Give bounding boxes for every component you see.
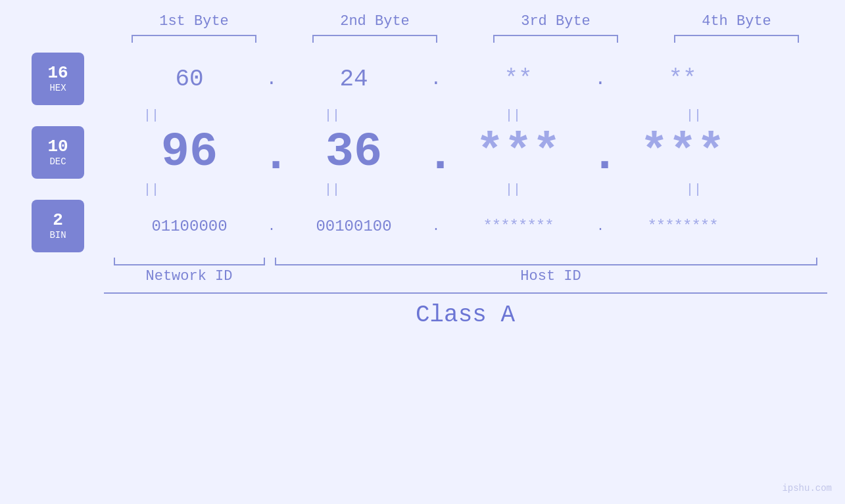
bin-dot-1: . [262, 219, 281, 234]
hex-row: 16 HEX 60 . 24 . ** . ** [0, 53, 845, 105]
network-id-label: Network ID [104, 268, 275, 285]
eq1-b4: || [621, 108, 766, 123]
hex-b1: 60 [117, 66, 262, 93]
eq1-b2: || [260, 108, 404, 123]
bin-b1: 01100000 [117, 218, 262, 235]
dec-dot-1: . [262, 129, 281, 183]
hex-badge-label: HEX [49, 83, 66, 93]
bracket-4 [674, 35, 799, 43]
dec-badge-label: DEC [49, 156, 66, 167]
bin-row: 2 BIN 01100000 . 00100100 . ******** . *… [0, 200, 845, 252]
bin-badge-label: BIN [49, 230, 66, 241]
class-label: Class A [104, 302, 827, 329]
bin-b3: ******** [446, 218, 591, 235]
dec-b4: *** [610, 126, 755, 179]
top-brackets [104, 35, 827, 43]
bin-b2: 00100100 [281, 218, 426, 235]
hex-bytes: 60 . 24 . ** . ** [117, 66, 845, 93]
byte-header-3: 3rd Byte [483, 13, 628, 30]
dec-badge-number: 10 [47, 138, 68, 155]
hex-badge: 16 HEX [32, 53, 84, 105]
network-bracket [114, 258, 265, 265]
dec-bytes: 96 . 36 . *** . *** [117, 126, 845, 179]
hex-b3: ** [446, 66, 591, 93]
host-bracket [275, 258, 817, 265]
bin-b4: ******** [610, 218, 755, 235]
dec-dot-2: . [426, 129, 446, 183]
host-id-label: Host ID [275, 268, 827, 285]
byte-header-2: 2nd Byte [302, 13, 447, 30]
equals-row-1: || || || || [61, 108, 785, 123]
bin-badge-number: 2 [53, 212, 63, 229]
bottom-brackets [104, 258, 827, 265]
main-container: 1st Byte 2nd Byte 3rd Byte 4th Byte 16 H… [0, 0, 845, 504]
eq2-b3: || [441, 182, 585, 197]
dec-dot-3: . [591, 129, 610, 183]
class-bracket-line [104, 292, 827, 294]
hex-b2: 24 [281, 66, 426, 93]
dec-b3: *** [446, 126, 591, 179]
byte-header-1: 1st Byte [122, 13, 266, 30]
eq2-b1: || [79, 182, 224, 197]
eq2-b2: || [260, 182, 404, 197]
eq1-b1: || [79, 108, 224, 123]
byte-headers: 1st Byte 2nd Byte 3rd Byte 4th Byte [104, 13, 827, 30]
byte-header-4: 4th Byte [664, 13, 809, 30]
equals-row-2: || || || || [61, 182, 785, 197]
bottom-section: Network ID Host ID [104, 258, 827, 285]
eq1-b3: || [441, 108, 585, 123]
bin-bytes: 01100000 . 00100100 . ******** . *******… [117, 218, 845, 235]
class-row: Class A [104, 292, 827, 329]
bracket-2 [312, 35, 437, 43]
hex-dot-2: . [426, 69, 446, 89]
eq2-b4: || [621, 182, 766, 197]
dec-row: 10 DEC 96 . 36 . *** . *** [0, 126, 845, 179]
watermark: ipshu.com [782, 483, 832, 493]
bin-dot-2: . [426, 219, 446, 234]
bottom-labels: Network ID Host ID [104, 268, 827, 285]
bin-dot-3: . [591, 219, 610, 234]
hex-dot-3: . [591, 69, 610, 89]
dec-b2: 36 [281, 126, 426, 179]
hex-dot-1: . [262, 69, 281, 89]
hex-b4: ** [610, 66, 755, 93]
bin-badge: 2 BIN [32, 200, 84, 252]
dec-b1: 96 [117, 126, 262, 179]
bracket-3 [493, 35, 618, 43]
bracket-1 [132, 35, 256, 43]
dec-badge: 10 DEC [32, 126, 84, 179]
hex-badge-number: 16 [47, 64, 68, 81]
